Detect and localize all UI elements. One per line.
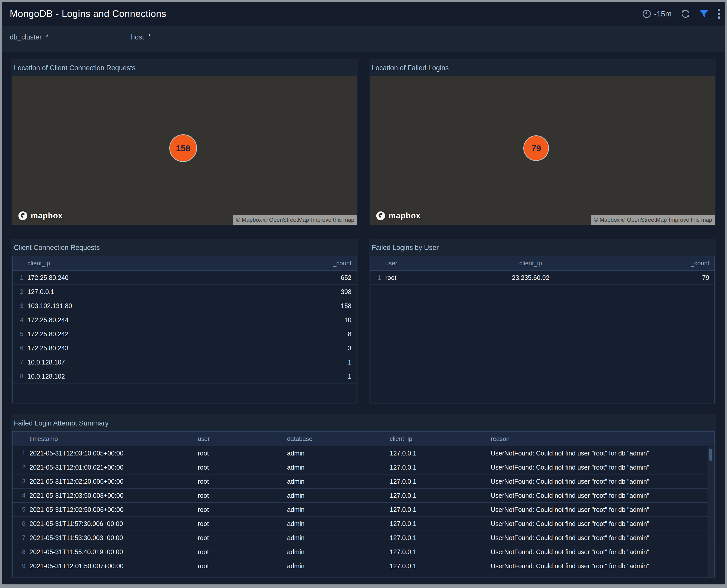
failed-login-summary-table: timestamp user database client_ip reason… — [12, 432, 715, 578]
mapbox-logo[interactable]: mapbox — [375, 210, 421, 221]
cell-reason: UserNotFound: Could not find user "root"… — [488, 449, 714, 457]
column-header-reason[interactable]: reason — [488, 435, 714, 442]
map-cluster-marker[interactable]: 158 — [169, 134, 197, 162]
mapbox-logo-icon — [375, 210, 386, 221]
dashboard-header: MongoDB - Logins and Connections -15m — [2, 2, 725, 26]
host-label: host — [131, 33, 144, 41]
cell-count: 158 — [316, 302, 357, 310]
table-row[interactable]: 10 2021-05-31T11:55:10.018+00:00 root ad… — [13, 573, 714, 578]
column-header-user[interactable]: user — [195, 435, 284, 442]
cell-client-ip: 127.0.0.1 — [387, 520, 488, 527]
cell-client-ip: 127.0.0.1 — [387, 548, 488, 556]
table-body: 1 172.25.80.240 652 2 127.0.0.1 398 3 — [13, 271, 357, 403]
table-row[interactable]: 4 2021-05-31T12:03:50.008+00:00 root adm… — [13, 488, 714, 503]
table-row[interactable]: 3 2021-05-31T12:02:20.006+00:00 root adm… — [13, 475, 714, 488]
column-header-count[interactable]: _count — [586, 260, 714, 267]
cell-client-ip: 10.0.128.102 — [25, 373, 316, 380]
cell-client-ip: 127.0.0.1 — [25, 288, 316, 296]
kebab-menu-icon[interactable] — [717, 8, 721, 19]
table-row[interactable]: 6 2021-05-31T11:57:30.006+00:00 root adm… — [13, 517, 714, 531]
table-row[interactable]: 5 172.25.80.242 8 — [13, 327, 357, 341]
scrollbar-thumb[interactable] — [709, 448, 712, 461]
attribution-copyright: © Mapbox © OpenStreetMap — [594, 216, 667, 223]
maps-row: Location of Client Connection Requests 1… — [11, 59, 716, 225]
attribution-copyright: © Mapbox © OpenStreetMap — [236, 216, 309, 223]
row-number: 2 — [13, 464, 27, 471]
filter-db-cluster: db_cluster * — [10, 33, 106, 45]
table-row[interactable]: 8 10.0.128.102 1 — [13, 369, 357, 383]
cell-count: 1 — [316, 359, 357, 366]
table-row[interactable]: 6 172.25.80.243 3 — [13, 341, 357, 355]
row-number: 3 — [13, 478, 27, 485]
cell-count: 1 — [316, 373, 357, 380]
column-header-user[interactable]: user — [383, 260, 475, 267]
table-row[interactable]: 5 2021-05-31T12:02:50.006+00:00 root adm… — [13, 503, 714, 517]
mapbox-wordmark: mapbox — [31, 211, 63, 220]
cell-user: root — [195, 478, 284, 485]
column-header-count[interactable]: _count — [316, 260, 357, 267]
column-header-database[interactable]: database — [284, 435, 387, 442]
column-header-timestamp[interactable]: timestamp — [27, 435, 195, 442]
mapbox-wordmark: mapbox — [389, 211, 421, 220]
cell-client-ip: 103.102.131.80 — [25, 302, 316, 310]
cell-timestamp: 2021-05-31T11:53:30.003+00:00 — [27, 534, 195, 542]
map-connections[interactable]: 158 mapbox © — [12, 76, 357, 225]
row-number: 8 — [13, 548, 27, 555]
row-number: 8 — [13, 373, 25, 380]
table-row[interactable]: 8 2021-05-31T11:55:40.019+00:00 root adm… — [13, 545, 714, 559]
host-input[interactable]: * — [148, 33, 209, 45]
column-header-client-ip[interactable]: client_ip — [25, 260, 316, 267]
row-number: 4 — [13, 492, 27, 499]
cell-client-ip: 127.0.0.1 — [387, 464, 488, 471]
header-controls: -15m — [642, 8, 721, 19]
column-header-client-ip[interactable]: client_ip — [387, 435, 488, 442]
row-number: 9 — [13, 562, 27, 570]
row-number: 1 — [13, 274, 25, 281]
table-row[interactable]: 1 172.25.80.240 652 — [13, 271, 357, 285]
filter-icon[interactable] — [699, 9, 709, 18]
table-row[interactable]: 9 2021-05-31T12:01:50.007+00:00 root adm… — [13, 559, 714, 573]
cell-database: admin — [284, 562, 387, 570]
panel-failed-logins-by-user: Failed Logins by User user client_ip _co… — [369, 239, 716, 403]
cell-reason: UserNotFound: Could not find user "root"… — [488, 548, 714, 556]
row-number: 10 — [13, 576, 27, 578]
map-cluster-marker[interactable]: 79 — [523, 135, 549, 161]
cell-user: root — [195, 548, 284, 556]
table-row[interactable]: 3 103.102.131.80 158 — [13, 299, 357, 313]
cell-user: root — [195, 576, 284, 578]
row-number: 2 — [13, 288, 25, 295]
cell-client-ip: 127.0.0.1 — [387, 478, 488, 485]
cell-client-ip: 172.25.80.240 — [25, 274, 316, 281]
vertical-scrollbar[interactable] — [707, 446, 714, 577]
table-row[interactable]: 2 127.0.0.1 398 — [13, 285, 357, 299]
table-row[interactable]: 7 10.0.128.107 1 — [13, 355, 357, 369]
cell-database: admin — [284, 492, 387, 499]
screenshot-frame: MongoDB - Logins and Connections -15m — [0, 0, 727, 588]
mapbox-logo[interactable]: mapbox — [17, 210, 63, 221]
refresh-icon[interactable] — [680, 9, 691, 19]
table-row[interactable]: 4 172.25.80.244 10 — [13, 313, 357, 327]
client-connections-table: client_ip _count 1 172.25.80.240 652 2 — [12, 256, 357, 403]
row-number: 6 — [13, 344, 25, 352]
table-row[interactable]: 1 root 23.235.60.92 79 — [370, 271, 714, 285]
column-header-client-ip[interactable]: client_ip — [475, 260, 586, 267]
panel-title: Failed Logins by User — [369, 239, 716, 256]
cell-reason: UserNotFound: Could not find user "root"… — [488, 478, 714, 485]
table-row[interactable]: 2 2021-05-31T12:01:00.021+00:00 root adm… — [13, 460, 714, 475]
cell-user: root — [195, 506, 284, 513]
improve-map-link[interactable]: Improve this map — [669, 216, 712, 223]
time-range-button[interactable]: -15m — [642, 9, 672, 19]
panel-title: Failed Login Attempt Summary — [11, 414, 716, 432]
cell-count: 8 — [316, 330, 357, 338]
cell-timestamp: 2021-05-31T12:02:50.006+00:00 — [27, 506, 195, 513]
improve-map-link[interactable]: Improve this map — [311, 216, 354, 223]
cell-timestamp: 2021-05-31T11:55:10.018+00:00 — [27, 576, 195, 578]
map-failed-logins[interactable]: 79 mapbox © — [370, 76, 715, 225]
db-cluster-input[interactable]: * — [45, 33, 106, 45]
cell-client-ip: 127.0.0.1 — [387, 534, 488, 542]
cell-client-ip: 172.25.80.243 — [25, 344, 316, 352]
table-row[interactable]: 1 2021-05-31T12:03:10.005+00:00 root adm… — [13, 446, 714, 460]
cell-client-ip: 127.0.0.1 — [387, 449, 488, 457]
table-row[interactable]: 7 2021-05-31T11:53:30.003+00:00 root adm… — [13, 531, 714, 545]
panel-location-connections: Location of Client Connection Requests 1… — [11, 59, 358, 225]
